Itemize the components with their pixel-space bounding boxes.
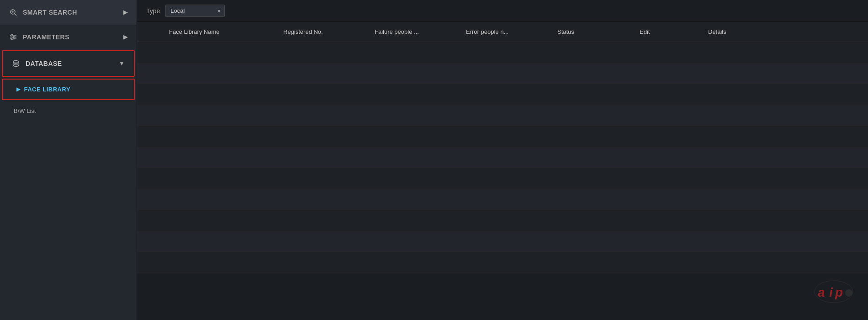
table-cell (704, 67, 772, 80)
table-row (137, 84, 868, 105)
database-arrow-icon: ▼ (119, 60, 125, 67)
table-cell (461, 172, 553, 185)
svg-point-8 (13, 36, 15, 38)
table-cell (142, 235, 164, 248)
table-cell (635, 235, 704, 248)
face-library-label: FACE LIBRARY (24, 86, 71, 93)
type-label: Type (146, 7, 160, 15)
table-cell (553, 172, 635, 185)
sidebar-item-smart-search[interactable]: SMART SEARCH ▶ (0, 0, 137, 25)
table-cell (279, 88, 370, 101)
svg-line-1 (15, 14, 16, 16)
svg-point-7 (11, 34, 13, 36)
watermark: a i p (813, 279, 854, 306)
table-cell (461, 67, 553, 80)
table-row (137, 126, 868, 147)
table-body (137, 42, 868, 273)
table-cell (142, 256, 164, 269)
sidebar-item-parameters[interactable]: PARAMETERS ▶ (0, 25, 137, 49)
table-col-face-library-name: Face Library Name (164, 22, 279, 42)
table-row (137, 231, 868, 252)
table-cell (164, 256, 279, 269)
table-cell (461, 88, 553, 101)
sidebar-item-bw-list[interactable]: B/W List (0, 101, 137, 121)
table-row (137, 252, 868, 273)
table-cell (164, 46, 279, 59)
table-cell (164, 214, 279, 227)
table-cell (279, 193, 370, 206)
table-cell (164, 67, 279, 80)
table-cell (461, 214, 553, 227)
table-cell (635, 193, 704, 206)
table-cell (164, 130, 279, 143)
table-cell (553, 256, 635, 269)
table-cell (370, 67, 461, 80)
table-cell (142, 214, 164, 227)
table-cell (279, 67, 370, 80)
table-cell (553, 193, 635, 206)
type-select-wrapper[interactable]: Local Remote (165, 5, 225, 17)
table-cell (370, 151, 461, 164)
table-cell (553, 88, 635, 101)
database-label: DATABASE (26, 60, 62, 67)
table-cell (370, 256, 461, 269)
table-cell (704, 109, 772, 122)
database-icon (12, 59, 20, 68)
parameters-arrow-icon: ▶ (123, 34, 128, 40)
table-row (137, 42, 868, 63)
toolbar: Type Local Remote (137, 0, 868, 22)
table-cell (704, 235, 772, 248)
brand-logo-icon: a i p (813, 279, 854, 304)
table-cell (142, 46, 164, 59)
table-cell (553, 109, 635, 122)
table-cell (704, 46, 772, 59)
table-col-status: Status (553, 22, 635, 42)
table-cell (279, 46, 370, 59)
table-cell (164, 172, 279, 185)
svg-text:a: a (818, 285, 825, 299)
table-cell (370, 193, 461, 206)
bw-list-label: B/W List (14, 107, 36, 114)
table-cell (142, 67, 164, 80)
table-row (137, 168, 868, 189)
smart-search-arrow-icon: ▶ (123, 9, 128, 16)
table-cell (461, 151, 553, 164)
table-cell (704, 151, 772, 164)
table-col-error-people: Error people n... (461, 22, 553, 42)
sidebar-item-face-library[interactable]: ▶ FACE LIBRARY (2, 79, 135, 100)
sidebar-item-database[interactable]: DATABASE ▼ (2, 50, 135, 77)
table-cell (279, 172, 370, 185)
table-cell (370, 235, 461, 248)
table-cell (370, 130, 461, 143)
table-cell (279, 130, 370, 143)
table-cell (635, 88, 704, 101)
table-row (137, 147, 868, 168)
smart-search-icon (9, 8, 17, 16)
table-col-failure-people: Failure people ... (370, 22, 461, 42)
table-cell (461, 256, 553, 269)
table-cell (164, 88, 279, 101)
table-col-details: Details (704, 22, 772, 42)
smart-search-label: SMART SEARCH (23, 9, 77, 16)
table-cell (279, 256, 370, 269)
table-row (137, 210, 868, 231)
sidebar: SMART SEARCH ▶ PARAMETERS ▶ (0, 0, 137, 320)
main-content: Type Local Remote Face Library Name Regi… (137, 0, 868, 320)
table-cell (704, 130, 772, 143)
table-cell (370, 214, 461, 227)
type-select[interactable]: Local Remote (165, 5, 225, 17)
table-cell (142, 151, 164, 164)
table-cell (164, 193, 279, 206)
table-cell (704, 172, 772, 185)
table-cell (142, 193, 164, 206)
svg-point-10 (13, 61, 19, 63)
table-cell (142, 130, 164, 143)
table-cell (635, 130, 704, 143)
svg-text:p: p (835, 285, 843, 299)
svg-point-9 (11, 38, 13, 40)
table-cell (635, 46, 704, 59)
table-cell (553, 130, 635, 143)
table-cell (370, 88, 461, 101)
table-cell (461, 130, 553, 143)
table-cell (164, 109, 279, 122)
